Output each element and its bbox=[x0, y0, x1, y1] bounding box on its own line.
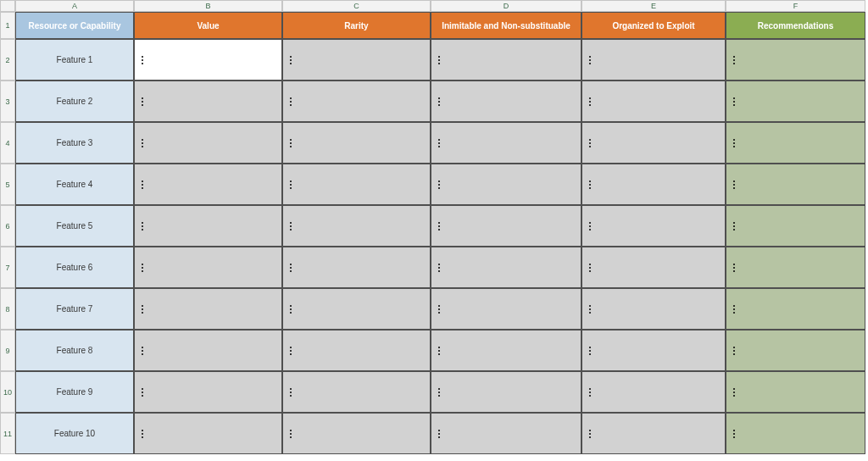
cell-B9[interactable] bbox=[134, 330, 282, 371]
row-header-1[interactable]: 1 bbox=[0, 12, 15, 39]
cell-B5[interactable] bbox=[134, 164, 282, 205]
cell-A2-feature[interactable]: Feature 1 bbox=[15, 39, 134, 81]
row-header-8[interactable]: 8 bbox=[0, 288, 15, 330]
col-header-D[interactable]: D bbox=[431, 0, 581, 12]
cell-C5[interactable] bbox=[282, 164, 431, 205]
cell-C11[interactable] bbox=[282, 413, 431, 454]
cell-E6[interactable] bbox=[581, 205, 726, 247]
cell-E9[interactable] bbox=[581, 330, 726, 371]
bullet-placeholder bbox=[726, 430, 735, 438]
bullet-placeholder bbox=[135, 139, 143, 147]
cell-A9-feature[interactable]: Feature 8 bbox=[15, 330, 134, 371]
cell-F2[interactable] bbox=[726, 39, 865, 81]
cell-D11[interactable] bbox=[431, 413, 581, 454]
cell-F10[interactable] bbox=[726, 371, 865, 413]
cell-F8[interactable] bbox=[726, 288, 865, 330]
select-all-corner[interactable] bbox=[0, 0, 15, 12]
cell-A8-feature[interactable]: Feature 7 bbox=[15, 288, 134, 330]
cell-C3[interactable] bbox=[282, 81, 431, 122]
row-header-5[interactable]: 5 bbox=[0, 164, 15, 205]
row-header-10[interactable]: 10 bbox=[0, 371, 15, 413]
cell-F9[interactable] bbox=[726, 330, 865, 371]
cell-F3[interactable] bbox=[726, 81, 865, 122]
header-recommendations[interactable]: Recommendations bbox=[726, 12, 865, 39]
cell-A7-feature[interactable]: Feature 6 bbox=[15, 247, 134, 288]
bullet-placeholder bbox=[726, 222, 735, 230]
cell-E4[interactable] bbox=[581, 122, 726, 164]
bullet-placeholder bbox=[582, 56, 591, 64]
header-organized[interactable]: Organized to Exploit bbox=[581, 12, 726, 39]
cell-C8[interactable] bbox=[282, 288, 431, 330]
cell-C10[interactable] bbox=[282, 371, 431, 413]
bullet-placeholder bbox=[283, 430, 292, 438]
cell-E5[interactable] bbox=[581, 164, 726, 205]
bullet-placeholder bbox=[726, 181, 735, 189]
bullet-placeholder bbox=[283, 347, 292, 355]
cell-E8[interactable] bbox=[581, 288, 726, 330]
cell-C6[interactable] bbox=[282, 205, 431, 247]
cell-B4[interactable] bbox=[134, 122, 282, 164]
cell-D6[interactable] bbox=[431, 205, 581, 247]
row-header-9[interactable]: 9 bbox=[0, 330, 15, 371]
cell-C2[interactable] bbox=[282, 39, 431, 81]
cell-F11[interactable] bbox=[726, 413, 865, 454]
spreadsheet-grid: A B C D E F 1 Resource or Capability Val… bbox=[0, 0, 868, 454]
header-resource-capability[interactable]: Resource or Capability bbox=[15, 12, 134, 39]
cell-D4[interactable] bbox=[431, 122, 581, 164]
col-header-F[interactable]: F bbox=[726, 0, 865, 12]
header-rarity[interactable]: Rarity bbox=[282, 12, 431, 39]
cell-B3[interactable] bbox=[134, 81, 282, 122]
bullet-placeholder bbox=[726, 139, 735, 147]
cell-C7[interactable] bbox=[282, 247, 431, 288]
col-header-E[interactable]: E bbox=[581, 0, 726, 12]
bullet-placeholder bbox=[726, 264, 735, 272]
cell-E11[interactable] bbox=[581, 413, 726, 454]
cell-C9[interactable] bbox=[282, 330, 431, 371]
cell-A10-feature[interactable]: Feature 9 bbox=[15, 371, 134, 413]
cell-D2[interactable] bbox=[431, 39, 581, 81]
row-header-11[interactable]: 11 bbox=[0, 413, 15, 454]
cell-E10[interactable] bbox=[581, 371, 726, 413]
cell-F7[interactable] bbox=[726, 247, 865, 288]
cell-D5[interactable] bbox=[431, 164, 581, 205]
cell-D10[interactable] bbox=[431, 371, 581, 413]
cell-F6[interactable] bbox=[726, 205, 865, 247]
cell-C4[interactable] bbox=[282, 122, 431, 164]
bullet-placeholder bbox=[726, 56, 735, 64]
row-header-4[interactable]: 4 bbox=[0, 122, 15, 164]
bullet-placeholder bbox=[582, 388, 591, 397]
bullet-placeholder bbox=[283, 388, 292, 397]
cell-B6[interactable] bbox=[134, 205, 282, 247]
bullet-placeholder bbox=[431, 305, 440, 314]
row-header-2[interactable]: 2 bbox=[0, 39, 15, 81]
cell-D3[interactable] bbox=[431, 81, 581, 122]
cell-B11[interactable] bbox=[134, 413, 282, 454]
header-value[interactable]: Value bbox=[134, 12, 282, 39]
cell-A5-feature[interactable]: Feature 4 bbox=[15, 164, 134, 205]
col-header-C[interactable]: C bbox=[282, 0, 431, 12]
bullet-placeholder bbox=[283, 139, 292, 147]
row-header-6[interactable]: 6 bbox=[0, 205, 15, 247]
col-header-A[interactable]: A bbox=[15, 0, 134, 12]
col-header-B[interactable]: B bbox=[134, 0, 282, 12]
cell-E7[interactable] bbox=[581, 247, 726, 288]
row-header-7[interactable]: 7 bbox=[0, 247, 15, 288]
cell-D8[interactable] bbox=[431, 288, 581, 330]
cell-E2[interactable] bbox=[581, 39, 726, 81]
cell-A4-feature[interactable]: Feature 3 bbox=[15, 122, 134, 164]
cell-E3[interactable] bbox=[581, 81, 726, 122]
cell-A3-feature[interactable]: Feature 2 bbox=[15, 81, 134, 122]
cell-F5[interactable] bbox=[726, 164, 865, 205]
header-inimitable[interactable]: Inimitable and Non-substituable bbox=[431, 12, 581, 39]
cell-A11-feature[interactable]: Feature 10 bbox=[15, 413, 134, 454]
cell-D9[interactable] bbox=[431, 330, 581, 371]
cell-A6-feature[interactable]: Feature 5 bbox=[15, 205, 134, 247]
cell-B2[interactable] bbox=[134, 39, 282, 81]
cell-B8[interactable] bbox=[134, 288, 282, 330]
cell-D7[interactable] bbox=[431, 247, 581, 288]
row-header-3[interactable]: 3 bbox=[0, 81, 15, 122]
bullet-placeholder bbox=[582, 181, 591, 189]
cell-F4[interactable] bbox=[726, 122, 865, 164]
cell-B7[interactable] bbox=[134, 247, 282, 288]
cell-B10[interactable] bbox=[134, 371, 282, 413]
